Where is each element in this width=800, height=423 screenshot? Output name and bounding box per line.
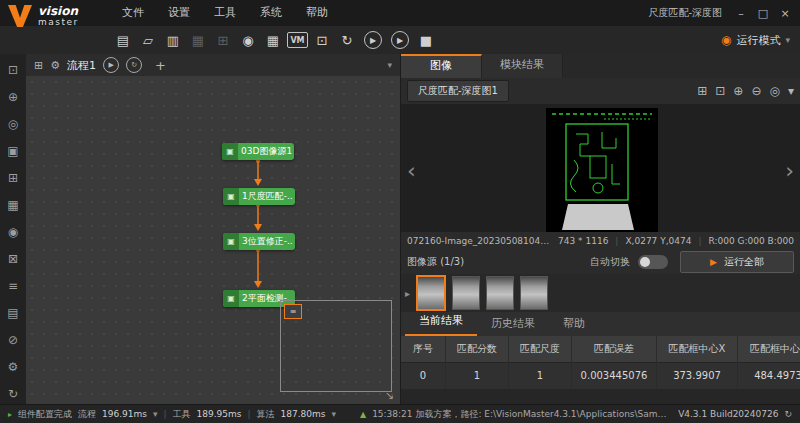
node-label: 1尺度匹配-.. bbox=[242, 190, 293, 203]
close-button[interactable]: × bbox=[774, 7, 796, 20]
run-continuous-icon[interactable]: ▶ bbox=[391, 31, 409, 49]
depth-image[interactable] bbox=[546, 108, 658, 232]
run-mode-icon: ◉ bbox=[721, 33, 731, 47]
auto-switch-toggle[interactable] bbox=[638, 255, 668, 269]
history-icon[interactable]: ↻ bbox=[336, 29, 358, 51]
flow-tab[interactable]: 流程1 bbox=[67, 58, 96, 73]
save-all-icon[interactable]: ▦ bbox=[187, 29, 209, 51]
run-mode-button[interactable]: ◉ 运行模式 ▾ bbox=[721, 33, 800, 48]
menu-tools[interactable]: 工具 bbox=[202, 0, 248, 26]
tab-history-result[interactable]: 历史结果 bbox=[477, 312, 549, 336]
thumbnail[interactable] bbox=[520, 276, 548, 310]
node-icon: ▣ bbox=[223, 188, 239, 205]
zoom-out-icon[interactable]: ⊖ bbox=[751, 84, 761, 98]
data-queue-icon[interactable]: ▦ bbox=[262, 29, 284, 51]
node-label: 03D图像源1 bbox=[241, 145, 292, 158]
window-controls: – □ × bbox=[730, 0, 796, 26]
menu-file[interactable]: 文件 bbox=[110, 0, 156, 26]
tool-align-icon[interactable]: ▦ bbox=[4, 196, 22, 214]
minimize-button[interactable]: – bbox=[730, 7, 752, 20]
main-toolbar: ▤ ▱ ▥ ▦ ⊞ ◉ ▦ VM ⊡ ↻ ▶ ▶ ■ ◉ 运行模式 ▾ bbox=[0, 26, 800, 55]
node-scale-match[interactable]: ▣ 1尺度匹配-.. bbox=[223, 188, 295, 205]
vm-module-icon[interactable]: VM bbox=[287, 32, 308, 48]
stop-icon[interactable]: ■ bbox=[415, 29, 437, 51]
export-icon[interactable]: ⊞ bbox=[212, 29, 234, 51]
thumbnail[interactable] bbox=[452, 276, 480, 310]
flow-settings-icon[interactable]: ⚙ bbox=[50, 59, 60, 72]
table-cell: 1 bbox=[446, 362, 509, 389]
menu-system[interactable]: 系统 bbox=[248, 0, 294, 26]
pixel-rgb: R:000 G:000 B:000 bbox=[709, 236, 794, 246]
view-more-icon[interactable]: ▾ bbox=[788, 84, 794, 98]
save-as-icon[interactable]: ▥ bbox=[162, 29, 184, 51]
save-icon[interactable]: ▤ bbox=[112, 29, 134, 51]
zoom-in-icon[interactable]: ⊕ bbox=[733, 84, 743, 98]
next-image-icon[interactable]: › bbox=[785, 158, 794, 183]
refresh-icon[interactable]: ↻ bbox=[784, 409, 792, 419]
menubar: 文件 设置 工具 系统 帮助 bbox=[110, 0, 340, 26]
menu-settings[interactable]: 设置 bbox=[156, 0, 202, 26]
thumbnail[interactable] bbox=[486, 276, 514, 310]
locate-icon[interactable]: ◎ bbox=[769, 84, 779, 98]
flow-time-value: 196.91ms bbox=[102, 409, 147, 419]
tool-time-label: 工具 bbox=[173, 408, 191, 421]
split-view-icon[interactable]: ⊞ bbox=[697, 84, 707, 98]
image-viewer[interactable]: ‹ › bbox=[401, 104, 800, 236]
maximize-button[interactable]: □ bbox=[752, 7, 774, 20]
chevron-down-icon[interactable]: ▾ bbox=[153, 409, 158, 419]
flow-canvas[interactable]: ▣ 03D图像源1 ▣ 1尺度匹配-.. ▣ 3位置修正-.. ▣ 2平面检测-… bbox=[26, 76, 400, 405]
auto-switch-label: 自动切换 bbox=[590, 255, 630, 269]
add-flow-button[interactable]: + bbox=[155, 58, 166, 73]
node-position-fix[interactable]: ▣ 3位置修正-.. bbox=[223, 233, 295, 250]
tool-defect-icon[interactable]: ◉ bbox=[4, 223, 22, 241]
tool-strip: ⊡ ⊕ ◎ ▣ ⊞ ▦ ◉ ⊠ ≡ ▤ ⊘ ⚙ ↻ bbox=[0, 54, 26, 405]
tool-image-icon[interactable]: ⊠ bbox=[4, 250, 22, 268]
run-once-icon[interactable]: ▶ bbox=[364, 31, 382, 49]
tool-capture-icon[interactable]: ⊡ bbox=[4, 61, 22, 79]
thumb-expand-icon[interactable]: ▸ bbox=[405, 288, 410, 299]
flow-icon[interactable]: ⊞ bbox=[34, 59, 43, 72]
tool-locate-icon[interactable]: ⊕ bbox=[4, 88, 22, 106]
header-cell: 匹配框中心X bbox=[657, 336, 738, 362]
logo-line1: vision bbox=[38, 5, 79, 18]
tool-color-icon[interactable]: ▤ bbox=[4, 304, 22, 322]
tool-time-value: 189.95ms bbox=[197, 409, 242, 419]
node-icon: ▣ bbox=[223, 290, 239, 307]
module-library-icon[interactable]: ⊡ bbox=[311, 29, 333, 51]
node-image-source[interactable]: ▣ 03D图像源1 bbox=[222, 143, 294, 160]
flow-run-loop-icon[interactable]: ↻ bbox=[126, 57, 142, 73]
version-label: V4.3.1 Build20240726 bbox=[678, 409, 778, 419]
node-icon: ▣ bbox=[223, 233, 239, 250]
flow-collapse-icon[interactable]: ▾ bbox=[387, 60, 392, 70]
result-tabs: 当前结果 历史结果 帮助 bbox=[401, 312, 800, 337]
tool-logic-icon[interactable]: ≡ bbox=[4, 277, 22, 295]
tool-comm-icon[interactable]: ⊘ bbox=[4, 331, 22, 349]
run-all-button[interactable]: ▶ 运行全部 bbox=[680, 251, 794, 273]
open-solution-icon[interactable]: ▱ bbox=[137, 29, 159, 51]
tab-help[interactable]: 帮助 bbox=[549, 312, 599, 336]
statusbar: ▸ 组件配置完成 流程 196.91ms ▾ | 工具 189.95ms | 算… bbox=[0, 404, 800, 423]
flow-run-once-icon[interactable]: ▶ bbox=[103, 57, 119, 73]
tool-measure-icon[interactable]: ◎ bbox=[4, 115, 22, 133]
image-source-selector[interactable]: 尺度匹配-深度图1 bbox=[407, 80, 509, 102]
canvas-resize-icon[interactable]: ↘ bbox=[385, 389, 394, 402]
image-filename: 072160-Image_20230508104611660.raw bbox=[407, 236, 551, 246]
menu-help[interactable]: 帮助 bbox=[294, 0, 340, 26]
tool-help-icon[interactable]: ↻ bbox=[4, 385, 22, 403]
tab-current-result[interactable]: 当前结果 bbox=[405, 310, 477, 336]
selection-box[interactable]: ≡ bbox=[280, 300, 392, 392]
tool-settings-icon[interactable]: ⚙ bbox=[4, 358, 22, 376]
tab-image[interactable]: 图像 bbox=[401, 54, 482, 80]
tab-module-result[interactable]: 模块结果 bbox=[482, 54, 563, 78]
fit-view-icon[interactable]: ⊡ bbox=[715, 84, 725, 98]
chevron-down-icon[interactable]: ▾ bbox=[332, 409, 337, 419]
selection-menu-icon[interactable]: ≡ bbox=[284, 304, 302, 319]
tool-recognize-icon[interactable]: ▣ bbox=[4, 142, 22, 160]
app-window: vision master 文件 设置 工具 系统 帮助 尺度匹配-深度图 – … bbox=[0, 0, 800, 423]
table-row[interactable]: 0 1 1 0.003445076 373.9907 484.4973 657.… bbox=[401, 362, 800, 389]
thumbnail[interactable] bbox=[416, 275, 446, 311]
toggle-knob bbox=[640, 257, 650, 267]
camera-icon[interactable]: ◉ bbox=[237, 29, 259, 51]
prev-image-icon[interactable]: ‹ bbox=[407, 158, 416, 183]
tool-calibrate-icon[interactable]: ⊞ bbox=[4, 169, 22, 187]
